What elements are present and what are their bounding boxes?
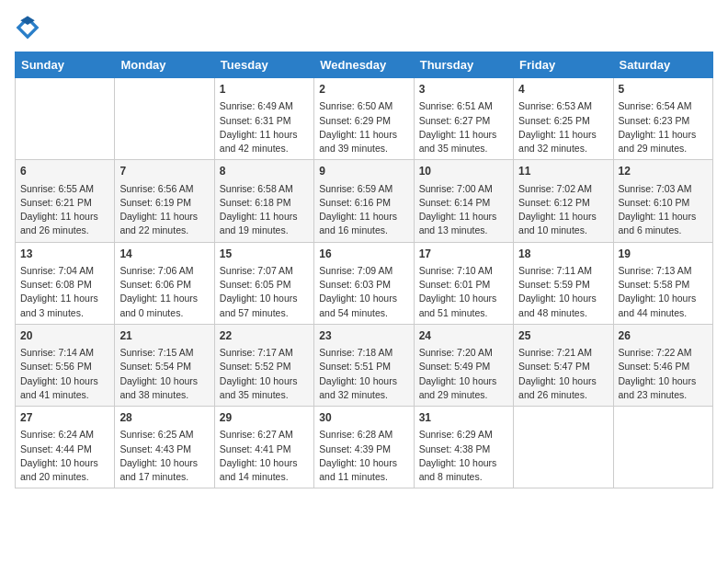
day-number: 30 bbox=[319, 410, 408, 426]
day-number: 29 bbox=[220, 410, 309, 426]
week-row-1: 1Sunrise: 6:49 AMSunset: 6:31 PMDaylight… bbox=[16, 78, 713, 160]
column-header-wednesday: Wednesday bbox=[314, 52, 414, 78]
daylight-text: Daylight: 10 hours and 38 minutes. bbox=[119, 374, 209, 402]
day-number: 4 bbox=[518, 82, 608, 98]
sunset-text: Sunset: 6:23 PM bbox=[619, 114, 708, 128]
sunrise-text: Sunrise: 6:54 AM bbox=[619, 99, 708, 113]
daylight-text: Daylight: 10 hours and 26 minutes. bbox=[518, 374, 608, 402]
sunrise-text: Sunrise: 7:09 AM bbox=[319, 264, 408, 278]
sunrise-text: Sunrise: 6:51 AM bbox=[419, 99, 508, 113]
daylight-text: Daylight: 11 hours and 16 minutes. bbox=[319, 210, 408, 237]
daylight-text: Daylight: 10 hours and 23 minutes. bbox=[619, 374, 708, 402]
sunset-text: Sunset: 6:21 PM bbox=[20, 196, 109, 210]
sunset-text: Sunset: 5:51 PM bbox=[319, 360, 408, 373]
daylight-text: Daylight: 10 hours and 11 minutes. bbox=[319, 456, 408, 484]
day-number: 20 bbox=[20, 328, 109, 344]
day-number: 31 bbox=[419, 410, 508, 426]
sunset-text: Sunset: 6:12 PM bbox=[518, 196, 608, 210]
sunrise-text: Sunrise: 7:18 AM bbox=[319, 346, 408, 360]
logo bbox=[15, 15, 44, 40]
sunrise-text: Sunrise: 7:00 AM bbox=[419, 182, 508, 196]
calendar-cell: 28Sunrise: 6:25 AMSunset: 4:43 PMDayligh… bbox=[115, 407, 214, 488]
sunrise-text: Sunrise: 7:03 AM bbox=[619, 182, 708, 196]
sunrise-text: Sunrise: 7:14 AM bbox=[20, 346, 109, 360]
sunrise-text: Sunrise: 7:22 AM bbox=[619, 346, 708, 360]
sunrise-text: Sunrise: 6:53 AM bbox=[518, 99, 608, 113]
calendar-cell: 1Sunrise: 6:49 AMSunset: 6:31 PMDaylight… bbox=[214, 78, 313, 160]
sunset-text: Sunset: 6:18 PM bbox=[220, 196, 309, 210]
calendar-cell: 20Sunrise: 7:14 AMSunset: 5:56 PMDayligh… bbox=[16, 324, 115, 406]
calendar-cell: 11Sunrise: 7:02 AMSunset: 6:12 PMDayligh… bbox=[514, 160, 613, 242]
sunrise-text: Sunrise: 7:10 AM bbox=[419, 264, 508, 278]
calendar-cell: 29Sunrise: 6:27 AMSunset: 4:41 PMDayligh… bbox=[214, 407, 313, 488]
calendar-cell: 7Sunrise: 6:56 AMSunset: 6:19 PMDaylight… bbox=[115, 160, 214, 242]
day-number: 28 bbox=[119, 410, 209, 426]
daylight-text: Daylight: 11 hours and 39 minutes. bbox=[319, 128, 408, 155]
daylight-text: Daylight: 10 hours and 17 minutes. bbox=[119, 456, 209, 484]
logo-icon bbox=[15, 15, 40, 40]
daylight-text: Daylight: 11 hours and 3 minutes. bbox=[20, 292, 109, 319]
day-number: 26 bbox=[619, 328, 708, 344]
sunset-text: Sunset: 6:01 PM bbox=[419, 278, 508, 292]
day-number: 23 bbox=[319, 328, 408, 344]
sunset-text: Sunset: 6:29 PM bbox=[319, 114, 408, 128]
sunset-text: Sunset: 6:31 PM bbox=[220, 114, 309, 128]
day-number: 7 bbox=[119, 164, 209, 179]
daylight-text: Daylight: 11 hours and 10 minutes. bbox=[518, 210, 608, 237]
day-number: 9 bbox=[319, 164, 408, 179]
sunset-text: Sunset: 4:38 PM bbox=[419, 442, 508, 456]
calendar-cell: 21Sunrise: 7:15 AMSunset: 5:54 PMDayligh… bbox=[115, 324, 214, 406]
daylight-text: Daylight: 10 hours and 20 minutes. bbox=[20, 456, 109, 484]
calendar-cell: 31Sunrise: 6:29 AMSunset: 4:38 PMDayligh… bbox=[414, 407, 513, 488]
day-number: 15 bbox=[220, 247, 309, 262]
sunrise-text: Sunrise: 7:02 AM bbox=[518, 182, 608, 196]
daylight-text: Daylight: 11 hours and 26 minutes. bbox=[20, 210, 109, 237]
daylight-text: Daylight: 11 hours and 32 minutes. bbox=[518, 128, 608, 155]
calendar-cell: 16Sunrise: 7:09 AMSunset: 6:03 PMDayligh… bbox=[314, 242, 414, 324]
daylight-text: Daylight: 10 hours and 57 minutes. bbox=[220, 292, 309, 319]
day-number: 16 bbox=[319, 247, 408, 262]
calendar-cell: 13Sunrise: 7:04 AMSunset: 6:08 PMDayligh… bbox=[16, 242, 115, 324]
day-number: 21 bbox=[119, 328, 209, 344]
calendar-cell bbox=[613, 407, 712, 488]
calendar-cell: 14Sunrise: 7:06 AMSunset: 6:06 PMDayligh… bbox=[115, 242, 214, 324]
page-header bbox=[15, 15, 713, 40]
sunrise-text: Sunrise: 7:15 AM bbox=[119, 346, 209, 360]
daylight-text: Daylight: 10 hours and 41 minutes. bbox=[20, 374, 109, 402]
day-number: 11 bbox=[518, 164, 608, 179]
week-row-2: 6Sunrise: 6:55 AMSunset: 6:21 PMDaylight… bbox=[16, 160, 713, 242]
daylight-text: Daylight: 10 hours and 44 minutes. bbox=[619, 292, 708, 319]
sunset-text: Sunset: 6:05 PM bbox=[220, 278, 309, 292]
calendar-cell bbox=[115, 78, 214, 160]
day-number: 19 bbox=[619, 247, 708, 262]
day-number: 17 bbox=[419, 247, 508, 262]
daylight-text: Daylight: 11 hours and 6 minutes. bbox=[619, 210, 708, 237]
calendar-cell: 8Sunrise: 6:58 AMSunset: 6:18 PMDaylight… bbox=[214, 160, 313, 242]
sunset-text: Sunset: 6:25 PM bbox=[518, 114, 608, 128]
sunset-text: Sunset: 5:58 PM bbox=[619, 278, 708, 292]
daylight-text: Daylight: 10 hours and 32 minutes. bbox=[319, 374, 408, 402]
day-number: 13 bbox=[20, 247, 109, 262]
sunset-text: Sunset: 6:10 PM bbox=[619, 196, 708, 210]
calendar-cell: 26Sunrise: 7:22 AMSunset: 5:46 PMDayligh… bbox=[613, 324, 712, 406]
day-number: 27 bbox=[20, 410, 109, 426]
day-number: 14 bbox=[119, 247, 209, 262]
sunset-text: Sunset: 5:54 PM bbox=[119, 360, 209, 373]
day-number: 12 bbox=[619, 164, 708, 179]
day-number: 2 bbox=[319, 82, 408, 98]
daylight-text: Daylight: 11 hours and 35 minutes. bbox=[419, 128, 508, 155]
sunset-text: Sunset: 5:49 PM bbox=[419, 360, 508, 373]
daylight-text: Daylight: 11 hours and 13 minutes. bbox=[419, 210, 508, 237]
calendar-cell: 27Sunrise: 6:24 AMSunset: 4:44 PMDayligh… bbox=[16, 407, 115, 488]
sunrise-text: Sunrise: 7:17 AM bbox=[220, 346, 309, 360]
sunrise-text: Sunrise: 7:06 AM bbox=[119, 264, 209, 278]
sunrise-text: Sunrise: 7:20 AM bbox=[419, 346, 508, 360]
sunset-text: Sunset: 6:08 PM bbox=[20, 278, 109, 292]
calendar-cell: 18Sunrise: 7:11 AMSunset: 5:59 PMDayligh… bbox=[514, 242, 613, 324]
calendar-cell: 10Sunrise: 7:00 AMSunset: 6:14 PMDayligh… bbox=[414, 160, 513, 242]
sunrise-text: Sunrise: 6:50 AM bbox=[319, 99, 408, 113]
week-row-5: 27Sunrise: 6:24 AMSunset: 4:44 PMDayligh… bbox=[16, 407, 713, 488]
sunset-text: Sunset: 5:46 PM bbox=[619, 360, 708, 373]
sunrise-text: Sunrise: 6:24 AM bbox=[20, 428, 109, 442]
sunrise-text: Sunrise: 6:58 AM bbox=[220, 182, 309, 196]
